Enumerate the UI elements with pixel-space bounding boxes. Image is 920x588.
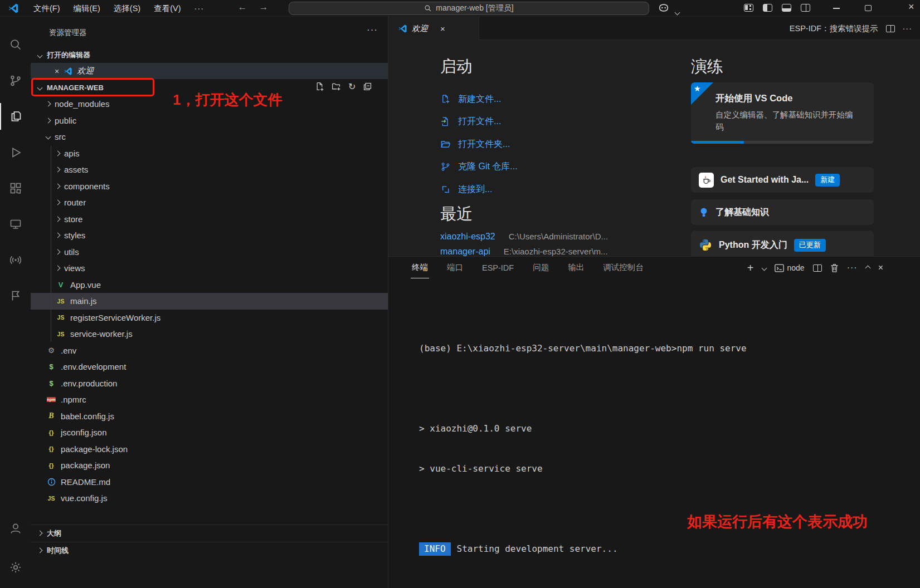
panel-tab-终端[interactable]: 终端 [411,257,429,278]
terminal-output[interactable]: (base) E:\xiaozhi-esp32-server\main\mana… [419,315,747,588]
split-editor-icon[interactable] [886,25,895,32]
tree-item-.npmrc[interactable]: npm.npmrc [31,391,388,408]
refresh-icon[interactable]: ↻ [348,81,356,92]
tree-item-components[interactable]: components [31,178,388,195]
activity-settings-gear-icon[interactable] [0,554,31,581]
tree-item-package.json[interactable]: {}package.json [31,457,388,474]
customize-layout-icon[interactable] [744,4,753,12]
menu-item[interactable]: 编辑(E) [67,0,107,17]
title-bar: 文件(F)编辑(E)选择(S)查看(V)··· ← → manager-web … [0,0,920,17]
open-editor-welcome[interactable]: × 欢迎 [31,63,388,79]
menu-bar: 文件(F)编辑(E)选择(S)查看(V)··· [27,0,211,17]
tree-item-package-lock.json[interactable]: {}package-lock.json [31,441,388,458]
tree-item-vue.config.js[interactable]: JSvue.config.js [31,490,388,507]
copilot-icon[interactable] [658,2,670,13]
git-clone-icon [440,161,451,172]
toggle-panel-icon[interactable] [782,4,791,12]
start-link[interactable]: 新建文件... [440,88,518,111]
panel-tab-问题[interactable]: 问题 [532,257,550,278]
tree-item-styles[interactable]: styles [31,227,388,244]
toggle-sidebar-icon[interactable] [763,4,772,12]
window-minimize-button[interactable] [833,8,840,9]
new-file-icon[interactable] [315,81,324,92]
activity-broadcast-icon[interactable] [0,247,31,273]
panel-tab-输出[interactable]: 输出 [567,257,585,278]
walkthrough-card-fundamentals[interactable]: 了解基础知识 [691,199,874,225]
panel-tab-ESP-IDF[interactable]: ESP-IDF [481,258,515,278]
terminal-instance[interactable]: node [775,263,805,272]
toggle-secondary-sidebar-icon[interactable] [801,4,810,12]
new-terminal-icon[interactable]: + [747,262,754,275]
chevron-right-icon [37,531,43,536]
tree-item-assets[interactable]: assets [31,161,388,178]
nav-back-icon[interactable]: ← [235,2,250,13]
panel-tab-端口[interactable]: 端口 [446,257,464,278]
tree-item-service-worker.js[interactable]: JSservice-worker.js [31,326,388,342]
close-panel-icon[interactable]: × [878,263,883,273]
more-actions-icon[interactable]: ··· [847,263,858,273]
window-maximize-button[interactable] [865,5,872,11]
timeline-section[interactable]: 时间线 [31,542,388,558]
outline-section[interactable]: 大纲 [31,525,388,541]
menu-item[interactable]: 查看(V) [147,0,187,17]
trash-icon[interactable] [830,263,839,272]
copilot-chevron-down-icon[interactable] [675,7,679,17]
tree-item-registerServiceWorker.js[interactable]: JSregisterServiceWorker.js [31,310,388,326]
panel-tab-调试控制台[interactable]: 调试控制台 [602,257,645,278]
tree-item-store[interactable]: store [31,211,388,228]
maximize-panel-icon[interactable] [865,265,870,271]
tree-item-README.md[interactable]: README.md [31,474,388,491]
tree-item-views[interactable]: views [31,260,388,277]
recent-item[interactable]: manager-apiE:\xiaozhi-esp32-server\m... [440,247,608,256]
activity-extensions-icon[interactable] [0,175,31,202]
java-icon [699,173,714,188]
start-link[interactable]: 克隆 Git 仓库... [440,156,518,179]
activity-run-debug-icon[interactable] [0,139,31,166]
tree-item-.env.development[interactable]: $.env.development [31,359,388,375]
editor-action-label[interactable]: ESP-IDF：搜索错误提示 [790,23,878,34]
recent-item[interactable]: xiaozhi-esp32C:\Users\Administrator\D... [440,232,608,242]
command-center[interactable]: manager-web [管理员] [289,2,649,15]
terminal-profile-chevron-icon[interactable] [761,265,767,271]
activity-search-icon[interactable] [0,31,31,58]
split-terminal-icon[interactable] [813,264,822,272]
walkthrough-card-getting-started[interactable]: ★ 开始使用 VS Code 自定义编辑器、了解基础知识并开始编码 [691,82,874,144]
start-link[interactable]: 连接到... [440,178,518,201]
sidebar-more-icon[interactable]: ··· [367,24,378,36]
menu-item[interactable]: 文件(F) [27,0,67,17]
activity-flag-icon[interactable] [0,282,31,309]
walkthrough-card-java[interactable]: Get Started with Ja... 新建 [691,167,874,193]
new-folder-icon[interactable] [332,81,341,92]
menu-item[interactable]: 选择(S) [107,0,147,17]
tree-item-utils[interactable]: utils [31,244,388,261]
activity-source-control-icon[interactable] [0,67,31,94]
tree-item-main.js[interactable]: JSmain.js [31,293,388,310]
tab-welcome[interactable]: 欢迎 × [388,17,479,40]
tab-close-icon[interactable]: × [440,24,445,33]
activity-account-icon[interactable] [0,515,31,542]
start-links: 新建文件...打开文件...打开文件夹...克隆 Git 仓库...连接到... [440,88,518,201]
start-link[interactable]: 打开文件... [440,111,518,134]
tree-item-jsconfig.json[interactable]: {}jsconfig.json [31,424,388,441]
lightbulb-icon [699,207,709,218]
tree-item-.env.production[interactable]: $.env.production [31,375,388,392]
open-editors-section[interactable]: 打开的编辑器 [31,48,388,62]
tree-item-babel.config.js[interactable]: Bbabel.config.js [31,408,388,425]
walkthrough-card-python[interactable]: Python 开发入门 已更新 [691,231,874,256]
tree-item-router[interactable]: router [31,194,388,211]
collapse-all-icon[interactable] [363,81,372,92]
vscode-window: 文件(F)编辑(E)选择(S)查看(V)··· ← → manager-web … [0,0,920,588]
tree-item-public[interactable]: public [31,112,388,129]
activity-explorer-icon[interactable] [0,103,31,130]
nav-forward-icon[interactable]: → [256,2,271,13]
activity-remote-explorer-icon[interactable] [0,211,31,238]
tree-item-src[interactable]: src [31,129,388,145]
tree-item-App.vue[interactable]: VApp.vue [31,277,388,293]
close-icon[interactable]: × [55,67,59,76]
tree-item-apis[interactable]: apis [31,145,388,162]
window-close-button[interactable]: × [908,1,914,13]
more-actions-icon[interactable]: ··· [903,24,913,33]
start-link[interactable]: 打开文件夹... [440,133,518,156]
menu-more-icon[interactable]: ··· [188,0,211,17]
tree-item-.env[interactable]: ⚙.env [31,342,388,359]
